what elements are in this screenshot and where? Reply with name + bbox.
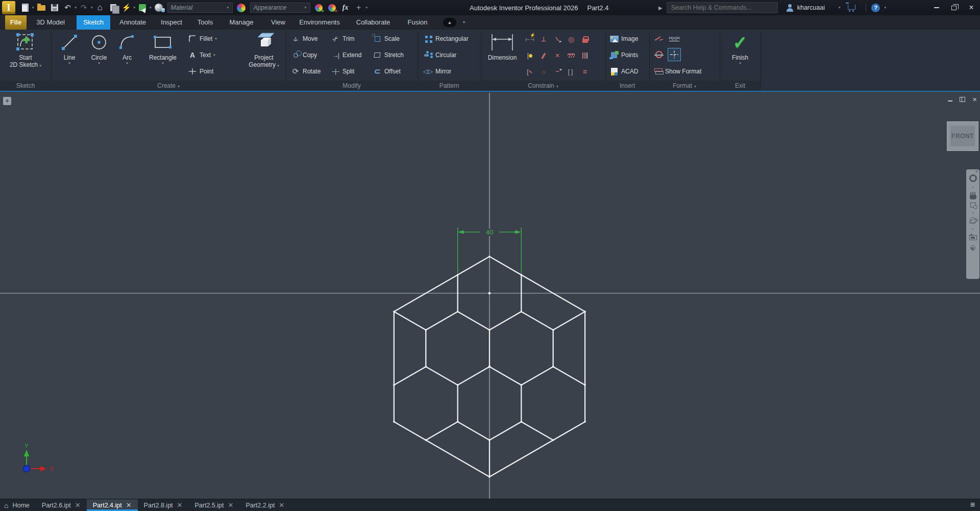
ribbon-display-caret[interactable]: ▾: [459, 15, 469, 30]
tab-sketch[interactable]: Sketch: [77, 15, 110, 30]
home-button[interactable]: ⌂: [95, 3, 105, 13]
document-close-icon[interactable]: ×: [972, 96, 977, 103]
doc-tab-part2-6[interactable]: Part2.6.ipt ✕: [36, 499, 87, 511]
look-at-icon[interactable]: [969, 234, 977, 240]
zoom-window-icon[interactable]: [970, 202, 976, 208]
view-cube[interactable]: FRONT: [947, 121, 978, 151]
auto-dimension-icon[interactable]: ⊢⊣⚡: [524, 34, 535, 45]
smooth-icon[interactable]: ~➤: [552, 66, 563, 78]
image-button[interactable]: Image: [609, 33, 638, 45]
appearance-select[interactable]: Appearance ▾: [250, 3, 310, 13]
user-avatar-icon[interactable]: [786, 4, 793, 11]
show-format-button[interactable]: Show Format: [653, 65, 701, 78]
project-geometry-button[interactable]: Project Geometry ▾: [244, 31, 284, 68]
tab-fusion[interactable]: Fusion: [403, 15, 432, 30]
panel-label-sketch[interactable]: Sketch: [0, 81, 51, 91]
orbit-caret[interactable]: ▾: [972, 227, 973, 231]
start-2d-sketch-button[interactable]: Start 2D Sketch ▾: [6, 31, 45, 68]
offset-button[interactable]: ⊂ Offset: [373, 65, 401, 78]
doc-tab-part2-5[interactable]: Part2.5.ipt ✕: [188, 499, 239, 511]
points-button[interactable]: Points: [609, 49, 638, 61]
tab-annotate[interactable]: Annotate: [114, 15, 151, 30]
help-icon[interactable]: ?: [871, 4, 880, 12]
undo-button[interactable]: ↶: [63, 3, 73, 13]
rectangular-pattern-button[interactable]: Rectangular: [424, 33, 469, 45]
sketch-svg[interactable]: 40YX: [0, 93, 980, 499]
scale-button[interactable]: Scale: [373, 33, 400, 45]
document-restore-icon[interactable]: [960, 97, 965, 102]
tangent-circle-icon[interactable]: ○: [538, 66, 549, 78]
add-command-button[interactable]: +: [354, 3, 364, 13]
close-tab-icon[interactable]: ✕: [75, 501, 81, 509]
save-button[interactable]: [50, 3, 60, 13]
paste-button[interactable]: [108, 3, 118, 13]
finish-sketch-button[interactable]: ✓ Finish ▾: [722, 31, 758, 65]
navbar-close-icon[interactable]: ✕: [975, 169, 978, 174]
mirror-button[interactable]: ◁▷ Mirror: [424, 65, 451, 78]
text-button[interactable]: A Text ▾: [188, 49, 215, 61]
construction-line-icon[interactable]: [653, 33, 665, 44]
panel-label-create[interactable]: Create▾: [51, 81, 286, 91]
panel-label-constrain[interactable]: Constrain▾: [481, 81, 605, 91]
tab-collaborate[interactable]: Collaborate: [350, 15, 396, 30]
minimize-button[interactable]: [928, 0, 945, 15]
perpendicular-icon[interactable]: ⊥: [538, 34, 549, 45]
browser-expand-button[interactable]: +: [3, 97, 11, 105]
tab-view[interactable]: View: [264, 15, 292, 30]
select-dropdown-caret[interactable]: ▾: [150, 6, 152, 10]
equal-icon[interactable]: =: [579, 66, 591, 78]
collinear-icon[interactable]: [566, 50, 577, 61]
redo-dropdown-caret[interactable]: ▾: [91, 6, 93, 10]
doc-tab-home[interactable]: ⌂ Home: [0, 499, 36, 511]
undo-dropdown-caret[interactable]: ▾: [75, 6, 77, 10]
rectangle-button[interactable]: Rectangle ▾: [143, 31, 183, 65]
lock-icon[interactable]: [579, 34, 591, 45]
split-button[interactable]: –|– Split: [331, 65, 354, 78]
tab-inspect[interactable]: Inspect: [155, 15, 188, 30]
symmetric-icon[interactable]: []: [566, 66, 577, 78]
point-button[interactable]: Point: [188, 65, 213, 78]
view-cube-front-face[interactable]: FRONT: [950, 126, 975, 146]
trim-button[interactable]: ✂ Trim: [331, 33, 355, 45]
center-point-button-selected[interactable]: [668, 48, 681, 61]
tab-file[interactable]: File: [5, 15, 27, 30]
vertical-icon[interactable]: [579, 50, 591, 61]
concentric-icon[interactable]: ◎: [566, 34, 577, 45]
user-dropdown-caret[interactable]: ▾: [839, 6, 841, 10]
select-button[interactable]: [137, 3, 148, 13]
clear-appearance-button[interactable]: ×: [327, 3, 337, 13]
search-input[interactable]: [667, 2, 778, 13]
circular-pattern-button[interactable]: Circular: [424, 49, 456, 61]
tab-tools[interactable]: Tools: [192, 15, 218, 30]
fusion-cloud-icon[interactable]: ▲: [443, 18, 456, 27]
adjust-appearance-button[interactable]: +: [314, 3, 324, 13]
navbar-options-icon[interactable]: [970, 245, 975, 250]
stretch-button[interactable]: Stretch: [373, 49, 404, 61]
navigation-wheel-caret[interactable]: ▾: [972, 185, 973, 189]
centerline-icon[interactable]: [653, 49, 665, 60]
panel-label-exit[interactable]: Exit: [720, 81, 761, 91]
search-expand-arrow[interactable]: ▶: [658, 5, 663, 11]
parameters-fx-button[interactable]: fx: [340, 3, 351, 13]
update-button[interactable]: ⚡: [121, 3, 132, 13]
restore-button[interactable]: [945, 0, 963, 15]
tab-3d-model[interactable]: 3D Model: [29, 15, 72, 30]
new-file-button[interactable]: [20, 3, 30, 13]
constraint-settings-icon[interactable]: [✎: [524, 66, 535, 78]
panel-label-pattern[interactable]: Pattern: [418, 81, 481, 91]
open-button[interactable]: [36, 3, 46, 13]
panel-label-insert[interactable]: Insert: [605, 81, 649, 91]
new-file-dropdown-caret[interactable]: ▾: [32, 6, 34, 10]
acad-button[interactable]: ACAD: [609, 65, 638, 78]
parallel-icon[interactable]: ∥: [538, 50, 549, 61]
coincident-icon[interactable]: ✕: [552, 50, 563, 61]
store-cart-icon[interactable]: [848, 5, 855, 10]
doc-tab-part2-2[interactable]: Part2.2.ipt ✕: [239, 499, 290, 511]
toolbar-options-caret[interactable]: ▾: [366, 6, 368, 10]
doc-tab-part2-8[interactable]: Part2.8.ipt ✕: [138, 499, 189, 511]
move-button[interactable]: ↔↕ Move: [291, 33, 317, 45]
panel-label-format[interactable]: Format▾: [649, 81, 720, 91]
driven-dimension-icon[interactable]: H(x)H: [669, 33, 680, 44]
rotate-button[interactable]: ⟳ Rotate: [291, 65, 321, 78]
tab-environments[interactable]: Environments: [295, 15, 344, 30]
